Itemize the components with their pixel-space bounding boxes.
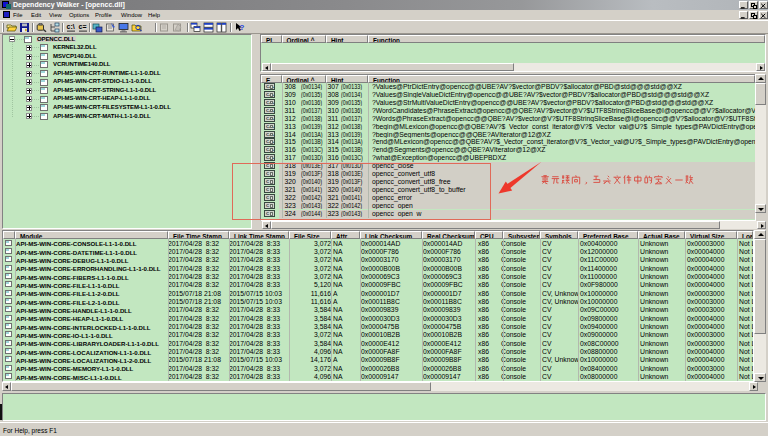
svg-text:c=: c= <box>79 23 87 30</box>
svg-text:c:\: c:\ <box>67 23 75 30</box>
svg-text:?: ? <box>240 23 245 32</box>
